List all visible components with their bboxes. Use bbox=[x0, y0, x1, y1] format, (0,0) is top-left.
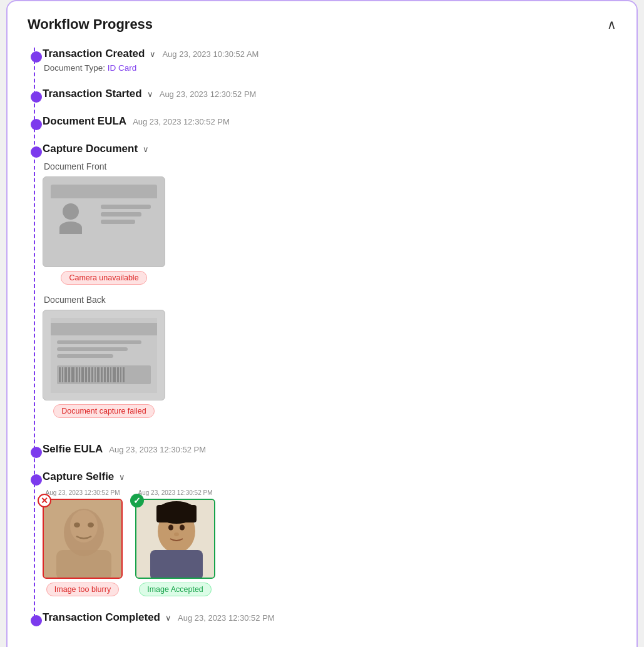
selfie-row: Aug 23, 2023 12:30:52 PM ✕ bbox=[43, 489, 616, 596]
step-capture-document: Capture Document ∨ Document Front bbox=[43, 143, 616, 428]
chevron-icon-7[interactable]: ∨ bbox=[165, 613, 171, 623]
svg-point-10 bbox=[180, 525, 185, 531]
collapse-button[interactable]: ∧ bbox=[607, 17, 616, 32]
meta-value-1[interactable]: ID Card bbox=[108, 63, 137, 73]
workflow-progress-card: Workflow Progress ∧ Transaction Created … bbox=[6, 0, 638, 647]
doc-back-image bbox=[43, 310, 165, 400]
timestamp-3: Aug 23, 2023 12:30:52 PM bbox=[133, 117, 230, 126]
capture-selfie-content: Aug 23, 2023 12:30:52 PM ✕ bbox=[43, 489, 616, 596]
avatar-body bbox=[59, 222, 82, 234]
id-avatar bbox=[58, 203, 83, 232]
front-badge: Camera unavailable bbox=[61, 271, 146, 285]
selfie-2-image bbox=[135, 499, 215, 579]
id-front-illustration bbox=[51, 185, 157, 260]
step-dot-1 bbox=[31, 51, 42, 63]
step-header-7: Transaction Completed ∨ Aug 23, 2023 12:… bbox=[43, 611, 616, 624]
id-line-2 bbox=[101, 212, 141, 217]
avatar-head bbox=[63, 203, 79, 220]
step-header-3: Document EULA Aug 23, 2023 12:30:52 PM bbox=[43, 115, 616, 128]
step-title-4: Capture Document bbox=[43, 143, 138, 155]
svg-rect-8 bbox=[150, 550, 203, 579]
timestamp-1: Aug 23, 2023 10:30:52 AM bbox=[162, 49, 258, 59]
step-title-6: Capture Selfie bbox=[43, 471, 114, 483]
selfie-2-timestamp: Aug 23, 2023 12:30:52 PM bbox=[138, 489, 213, 496]
svg-point-9 bbox=[168, 525, 173, 531]
selfie-2-wrapper: ✓ bbox=[135, 499, 215, 579]
doc-front-container: Camera unavailable bbox=[43, 176, 165, 285]
chevron-icon-4[interactable]: ∨ bbox=[143, 145, 149, 154]
back-badge: Document capture failed bbox=[53, 404, 155, 418]
step-dot-3 bbox=[31, 119, 42, 130]
selfie-1-wrapper: ✕ bbox=[43, 499, 123, 579]
selfie-1-svg bbox=[44, 500, 123, 579]
svg-rect-3 bbox=[56, 550, 111, 579]
selfie-1-timestamp: Aug 23, 2023 12:30:52 PM bbox=[46, 489, 120, 496]
doc-back-label: Document Back bbox=[44, 295, 616, 305]
timestamp-2: Aug 23, 2023 12:30:52 PM bbox=[160, 89, 257, 99]
rejected-icon: ✕ bbox=[38, 494, 51, 507]
step-title-1: Transaction Created bbox=[43, 48, 145, 60]
timestamp-5: Aug 23, 2023 12:30:52 PM bbox=[109, 445, 206, 454]
step-document-eula: Document EULA Aug 23, 2023 12:30:52 PM bbox=[43, 115, 616, 128]
doc-back-container: Document capture failed bbox=[43, 310, 165, 418]
selfie-1-image bbox=[43, 499, 123, 579]
card-header: Workflow Progress ∧ bbox=[28, 16, 616, 33]
step-header-4: Capture Document ∨ bbox=[43, 143, 616, 155]
meta-label-1: Document Type: bbox=[44, 63, 105, 73]
chevron-icon-6[interactable]: ∨ bbox=[119, 472, 125, 482]
svg-point-11 bbox=[174, 532, 179, 536]
id-back-lines bbox=[51, 335, 157, 363]
step-title-3: Document EULA bbox=[43, 115, 126, 128]
doc-front-image bbox=[43, 176, 165, 267]
timeline-line bbox=[34, 48, 35, 624]
step-dot-7 bbox=[31, 615, 42, 626]
step-dot-6 bbox=[31, 474, 42, 486]
step-header-2: Transaction Started ∨ Aug 23, 2023 12:30… bbox=[43, 88, 616, 100]
id-back-line-2 bbox=[57, 347, 128, 351]
id-back-illustration bbox=[51, 318, 157, 393]
id-text-lines bbox=[101, 205, 151, 224]
step-header-6: Capture Selfie ∨ bbox=[43, 471, 616, 483]
step-dot-4 bbox=[31, 146, 42, 158]
svg-rect-13 bbox=[156, 505, 197, 522]
capture-document-content: Document Front bbox=[43, 161, 616, 428]
chevron-icon-1[interactable]: ∨ bbox=[150, 49, 156, 59]
id-top-bar bbox=[51, 185, 157, 198]
svg-point-5 bbox=[88, 522, 94, 527]
selfie-2-svg bbox=[136, 500, 215, 579]
step-selfie-eula: Selfie EULA Aug 23, 2023 12:30:52 PM bbox=[43, 443, 616, 456]
svg-point-4 bbox=[74, 522, 80, 527]
timestamp-7: Aug 23, 2023 12:30:52 PM bbox=[178, 613, 275, 623]
selfie-2-badge: Image Accepted bbox=[139, 583, 212, 596]
id-back-line-1 bbox=[57, 340, 141, 344]
step-capture-selfie: Capture Selfie ∨ Aug 23, 2023 12:30:52 P… bbox=[43, 471, 616, 596]
id-line-3 bbox=[101, 220, 135, 224]
step-title-5: Selfie EULA bbox=[43, 443, 103, 456]
svg-point-2 bbox=[70, 510, 98, 543]
selfie-1-badge: Image too blurry bbox=[46, 583, 119, 596]
step-transaction-created: Transaction Created ∨ Aug 23, 2023 10:30… bbox=[43, 48, 616, 73]
chevron-icon-2[interactable]: ∨ bbox=[147, 89, 153, 99]
id-line-1 bbox=[101, 205, 151, 209]
page-title: Workflow Progress bbox=[28, 16, 153, 33]
id-barcode bbox=[57, 365, 151, 384]
id-back-stripe bbox=[51, 323, 157, 335]
step-title-2: Transaction Started bbox=[43, 88, 142, 100]
step-dot-5 bbox=[31, 447, 42, 458]
step-title-7: Transaction Completed bbox=[43, 611, 160, 624]
doc-front-label: Document Front bbox=[44, 161, 616, 171]
step-header-1: Transaction Created ∨ Aug 23, 2023 10:30… bbox=[43, 48, 616, 60]
step-transaction-completed: Transaction Completed ∨ Aug 23, 2023 12:… bbox=[43, 611, 616, 624]
step-dot-2 bbox=[31, 91, 42, 103]
step-header-5: Selfie EULA Aug 23, 2023 12:30:52 PM bbox=[43, 443, 616, 456]
accepted-icon: ✓ bbox=[130, 494, 144, 507]
selfie-accepted-container: Aug 23, 2023 12:30:52 PM ✓ bbox=[135, 489, 215, 596]
timeline: Transaction Created ∨ Aug 23, 2023 10:30… bbox=[28, 48, 616, 624]
step-transaction-started: Transaction Started ∨ Aug 23, 2023 12:30… bbox=[43, 88, 616, 100]
step-meta-1: Document Type: ID Card bbox=[44, 63, 616, 73]
id-back-line-3 bbox=[57, 354, 113, 358]
selfie-rejected-container: Aug 23, 2023 12:30:52 PM ✕ bbox=[43, 489, 123, 596]
